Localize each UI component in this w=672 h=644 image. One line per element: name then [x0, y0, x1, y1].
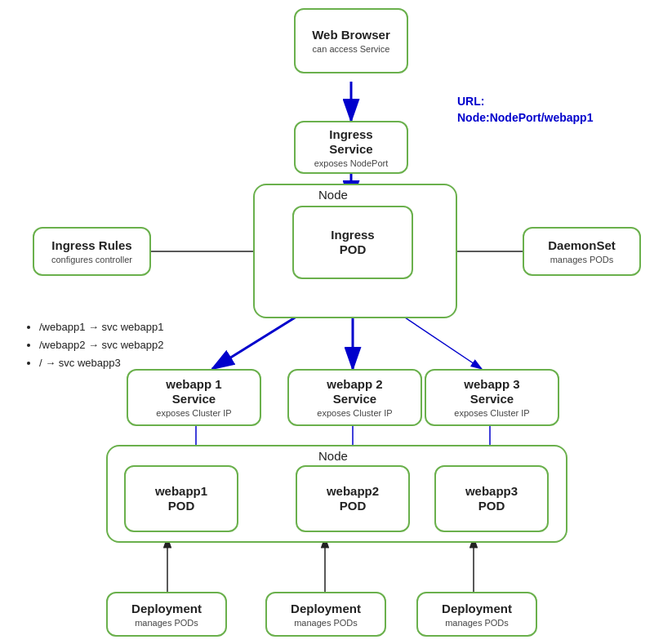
webapp3-service-title: webapp 3Service — [464, 377, 519, 406]
webapp3-service-box: webapp 3Service exposes Cluster IP — [425, 369, 559, 426]
webapp1-service-box: webapp 1Service exposes Cluster IP — [127, 369, 261, 426]
deployment1-subtitle: manages PODs — [135, 618, 198, 628]
daemonset-title: DaemonSet — [548, 238, 616, 253]
bullet-items: /webapp1 → svc webapp1 /webapp2 → svc we… — [24, 318, 163, 372]
daemonset-box: DaemonSet manages PODs — [523, 227, 641, 276]
ingress-service-title: IngressService — [329, 127, 372, 157]
deployment2-box: Deployment manages PODs — [265, 592, 386, 637]
node-label-2: Node — [318, 449, 348, 463]
node-label-1: Node — [318, 188, 348, 202]
ingress-rules-title: Ingress Rules — [51, 238, 131, 253]
deployment3-box: Deployment manages PODs — [416, 592, 537, 637]
webapp1-pod-box: webapp1POD — [124, 465, 238, 532]
deployment2-subtitle: manages PODs — [294, 618, 358, 628]
bullet-item-2: /webapp2 → svc webapp2 — [39, 336, 163, 354]
deployment3-subtitle: manages PODs — [445, 618, 509, 628]
daemonset-subtitle: manages PODs — [550, 255, 614, 264]
bullet-item-1: /webapp1 → svc webapp1 — [39, 318, 163, 336]
deployment1-box: Deployment manages PODs — [106, 592, 227, 637]
web-browser-subtitle: can access Service — [313, 44, 390, 54]
webapp2-pod-title: webapp2POD — [327, 484, 379, 513]
ingress-service-subtitle: exposes NodePort — [314, 158, 389, 168]
webapp1-pod-title: webapp1POD — [155, 484, 207, 513]
webapp3-pod-box: webapp3POD — [434, 465, 549, 532]
webapp3-pod-title: webapp3POD — [465, 484, 518, 513]
deployment2-title: Deployment — [291, 602, 361, 616]
diagram: Web Browser can access Service URL: Node… — [0, 0, 672, 644]
ingress-pod-box: IngressPOD — [292, 206, 413, 279]
ingress-rules-box: Ingress Rules configures controller — [33, 227, 151, 276]
deployment3-title: Deployment — [442, 602, 512, 616]
webapp2-pod-box: webapp2POD — [296, 465, 410, 532]
ingress-service-box: IngressService exposes NodePort — [294, 121, 408, 174]
webapp2-service-title: webapp 2Service — [327, 377, 382, 406]
bullet-list: /webapp1 → svc webapp1 /webapp2 → svc we… — [24, 318, 163, 372]
webapp3-service-subtitle: exposes Cluster IP — [454, 408, 529, 418]
ingress-pod-title: IngressPOD — [331, 228, 374, 257]
webapp2-service-box: webapp 2Service exposes Cluster IP — [287, 369, 422, 426]
webapp2-service-subtitle: exposes Cluster IP — [317, 408, 392, 418]
url-label: URL: Node:NodePort/webapp1 — [457, 94, 593, 126]
webapp1-service-subtitle: exposes Cluster IP — [156, 408, 231, 418]
ingress-rules-subtitle: configures controller — [51, 255, 132, 264]
deployment1-title: Deployment — [131, 602, 202, 616]
web-browser-title: Web Browser — [312, 28, 390, 42]
webapp1-service-title: webapp 1Service — [166, 377, 221, 406]
web-browser-box: Web Browser can access Service — [294, 8, 408, 73]
